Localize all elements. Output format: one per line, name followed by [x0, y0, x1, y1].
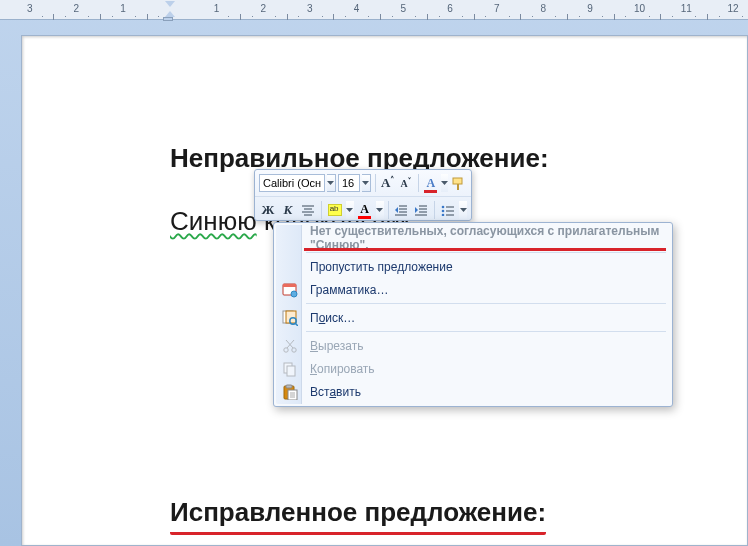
highlight-dropdown[interactable]: [346, 201, 354, 219]
grow-font-button[interactable]: A˄: [380, 173, 396, 193]
italic-button[interactable]: К: [279, 200, 297, 220]
highlight-icon: [328, 204, 342, 216]
grammar-error-word[interactable]: Синюю: [170, 207, 257, 238]
menu-separator: [306, 303, 666, 304]
svg-point-21: [442, 205, 445, 208]
menu-item-skip-sentence[interactable]: Пропустить предложение: [276, 255, 670, 278]
styles-button[interactable]: A: [423, 173, 439, 193]
book-icon: [281, 281, 298, 298]
menu-item-label: Вставить: [310, 385, 361, 399]
increase-indent-button[interactable]: [412, 200, 430, 220]
font-size-dropdown[interactable]: [362, 174, 371, 192]
font-color-button[interactable]: A: [356, 200, 374, 220]
center-align-button[interactable]: [299, 200, 317, 220]
font-name-dropdown[interactable]: [327, 174, 336, 192]
svg-line-37: [287, 340, 294, 348]
decrease-indent-button[interactable]: [392, 200, 410, 220]
menu-item-grammar[interactable]: Грамматика…: [276, 278, 670, 301]
svg-rect-42: [286, 385, 292, 388]
copy-icon: [281, 360, 298, 377]
svg-marker-2: [441, 181, 448, 185]
font-color-dropdown[interactable]: [376, 201, 384, 219]
menu-item-cut: Вырезать: [276, 334, 670, 357]
format-painter-button[interactable]: [450, 173, 467, 193]
menu-item-label: Копировать: [310, 362, 375, 376]
svg-point-36: [291, 347, 295, 351]
styles-dropdown[interactable]: [441, 174, 448, 192]
menu-item-label: Вырезать: [310, 339, 363, 353]
svg-marker-27: [460, 208, 467, 212]
grammar-context-menu: Нет существительных, согласующихся с при…: [273, 222, 673, 407]
horizontal-ruler: 321123456789101112: [0, 0, 748, 20]
highlight-button[interactable]: [326, 200, 344, 220]
svg-line-34: [295, 323, 298, 326]
menu-separator: [306, 252, 666, 253]
svg-rect-32: [286, 311, 296, 323]
svg-marker-9: [346, 208, 353, 212]
svg-rect-3: [453, 178, 462, 184]
bullets-dropdown[interactable]: [459, 201, 467, 219]
svg-rect-29: [283, 284, 296, 287]
svg-point-22: [442, 209, 445, 212]
bold-button[interactable]: Ж: [259, 200, 277, 220]
font-size-input[interactable]: [338, 174, 360, 192]
menu-item-label: Поиск…: [310, 311, 355, 325]
search-icon: [281, 309, 298, 326]
svg-marker-20: [415, 207, 418, 213]
svg-rect-40: [287, 366, 295, 376]
separator: [388, 201, 389, 219]
shrink-font-button[interactable]: A˅: [398, 173, 414, 193]
left-indent-marker[interactable]: [163, 17, 173, 21]
separator: [375, 174, 376, 192]
svg-marker-0: [327, 181, 334, 185]
first-line-indent-marker[interactable]: [165, 1, 175, 7]
svg-marker-15: [395, 207, 398, 213]
svg-point-35: [283, 347, 287, 351]
separator: [434, 201, 435, 219]
annotation-underline: [304, 248, 666, 251]
menu-item-paste[interactable]: Вставить: [276, 380, 670, 403]
svg-point-30: [291, 291, 297, 297]
bullets-button[interactable]: [439, 200, 457, 220]
cut-icon: [281, 337, 298, 354]
separator: [321, 201, 322, 219]
svg-rect-4: [457, 184, 459, 190]
separator: [418, 174, 419, 192]
paste-icon: [281, 383, 298, 400]
menu-separator: [306, 331, 666, 332]
grammar-explanation: Нет существительных, согласующихся с при…: [276, 226, 670, 250]
svg-marker-1: [362, 181, 369, 185]
menu-item-search[interactable]: Поиск…: [276, 306, 670, 329]
font-name-input[interactable]: [259, 174, 325, 192]
svg-line-38: [286, 340, 293, 348]
heading-corrected: Исправленное предложение:: [170, 497, 546, 529]
mini-toolbar: A˄ A˅ A Ж К A: [254, 169, 472, 221]
svg-marker-10: [376, 208, 383, 212]
svg-point-23: [442, 213, 445, 215]
menu-item-copy: Копировать: [276, 357, 670, 380]
